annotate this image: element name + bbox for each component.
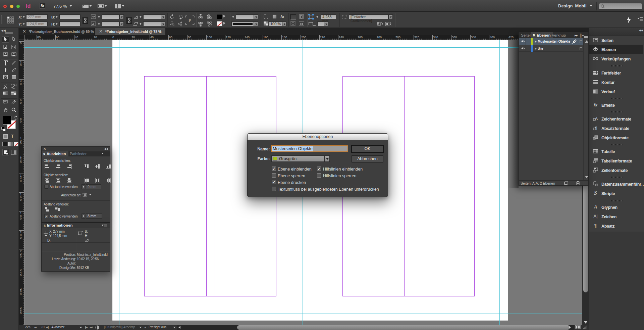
svg-text:A: A xyxy=(595,116,598,121)
svg-text:¶: ¶ xyxy=(595,126,597,131)
svg-text:P: P xyxy=(189,18,191,23)
